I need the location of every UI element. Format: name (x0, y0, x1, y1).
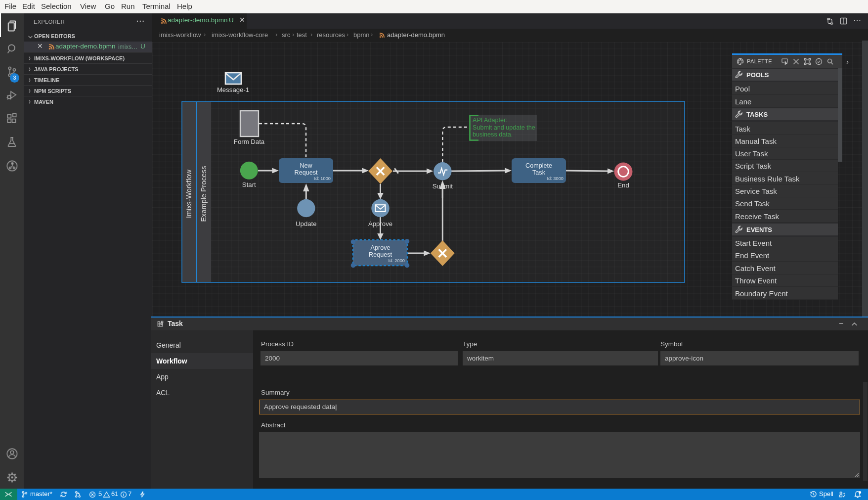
svg-text:Start: Start (242, 181, 256, 188)
svg-text:End: End (617, 182, 629, 189)
svg-text:Message-1: Message-1 (217, 86, 249, 93)
svg-text:API Adapter:: API Adapter: (473, 117, 508, 124)
svg-text:Request: Request (369, 251, 392, 258)
svg-text:Approve: Approve (368, 220, 392, 227)
svg-text:Imixs-Workflow: Imixs-Workflow (185, 169, 193, 218)
svg-text:Example Process: Example Process (200, 166, 208, 222)
svg-text:Submit and update the: Submit and update the (473, 124, 535, 131)
svg-text:New: New (300, 162, 312, 169)
svg-text:business data.: business data. (473, 131, 513, 138)
svg-text:Id: 3000: Id: 3000 (547, 176, 564, 181)
svg-text:Update: Update (296, 220, 317, 227)
svg-text:Aprove: Aprove (371, 244, 391, 251)
svg-text:Request: Request (295, 169, 318, 176)
svg-text:Id: 2000: Id: 2000 (388, 258, 405, 263)
svg-text:Id: 1000: Id: 1000 (314, 176, 331, 181)
svg-text:Task: Task (532, 169, 546, 176)
svg-text:Form Data: Form Data (234, 138, 265, 145)
svg-text:Complete: Complete (525, 162, 552, 169)
